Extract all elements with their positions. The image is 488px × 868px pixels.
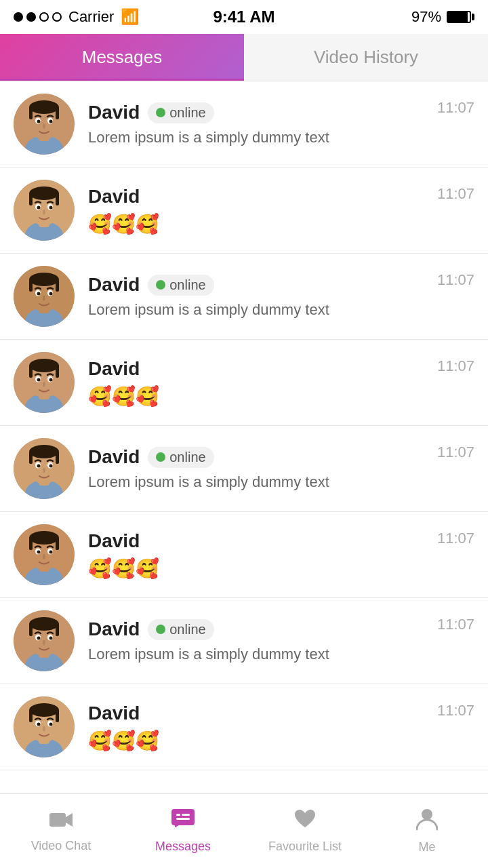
list-item[interactable]: David 🥰🥰🥰 11:07: [0, 512, 488, 598]
message-time: 11:07: [437, 99, 474, 117]
sender-name: David: [88, 102, 140, 123]
svg-point-43: [49, 378, 53, 382]
message-time: 11:07: [437, 271, 474, 289]
svg-rect-28: [56, 279, 59, 292]
signal-dots: [14, 12, 62, 22]
carrier-label: Carrier: [68, 8, 114, 26]
nav-favourite-list[interactable]: Favourite List: [244, 808, 366, 854]
svg-point-48: [29, 445, 59, 458]
svg-rect-90: [171, 809, 195, 825]
svg-point-21: [49, 206, 53, 210]
list-item[interactable]: David online Lorem ipsum is a simply dum…: [0, 81, 488, 167]
message-preview: Lorem ipsum is a simply dummy text: [88, 473, 437, 491]
svg-rect-71: [29, 624, 33, 636]
list-item[interactable]: David online Lorem ipsum is a simply dum…: [0, 254, 488, 340]
signal-dot-1: [14, 12, 23, 22]
avatar: [14, 352, 75, 413]
svg-point-10: [49, 120, 53, 123]
message-header: David: [88, 186, 437, 208]
svg-rect-61: [56, 538, 59, 550]
svg-point-87: [49, 723, 53, 726]
video-chat-icon: [49, 810, 73, 835]
signal-dot-4: [52, 12, 62, 22]
nav-messages[interactable]: Messages: [122, 808, 244, 854]
online-label: online: [169, 622, 205, 637]
svg-rect-49: [29, 452, 33, 464]
list-item[interactable]: David 🥰🥰🥰 11:07: [0, 167, 488, 254]
battery-icon: [447, 11, 474, 23]
svg-rect-72: [56, 624, 59, 636]
nav-me[interactable]: Me: [366, 808, 488, 854]
avatar: [14, 696, 75, 757]
svg-point-32: [49, 292, 53, 296]
message-content: David online Lorem ipsum is a simply dum…: [88, 618, 437, 663]
message-preview: 🥰🥰🥰: [88, 385, 437, 408]
message-time: 11:07: [437, 443, 474, 461]
svg-point-20: [37, 206, 41, 210]
message-content: David online Lorem ipsum is a simply dum…: [88, 102, 437, 146]
sender-name: David: [88, 186, 140, 208]
nav-video-chat[interactable]: Video Chat: [0, 810, 122, 853]
svg-point-9: [37, 120, 41, 123]
list-item[interactable]: David 🥰🥰🥰 11:07: [0, 684, 488, 770]
avatar: [14, 94, 75, 155]
online-badge: online: [148, 102, 214, 123]
status-bar: Carrier 📶 9:41 AM 97%: [0, 0, 488, 34]
message-preview: Lorem ipsum is a simply dummy text: [88, 129, 437, 146]
list-item[interactable]: David online Lorem ipsum is a simply dum…: [0, 426, 488, 512]
message-content: David 🥰🥰🥰: [88, 530, 437, 580]
svg-rect-82: [29, 710, 33, 722]
signal-dot-2: [26, 12, 36, 22]
sender-name: David: [88, 703, 140, 724]
svg-point-4: [29, 100, 59, 114]
online-label: online: [169, 450, 205, 465]
message-content: David 🥰🥰🥰: [88, 358, 437, 408]
svg-point-54: [49, 465, 53, 468]
svg-rect-83: [56, 710, 59, 722]
avatar: [14, 438, 75, 499]
sender-name: David: [88, 358, 140, 380]
list-item[interactable]: David 🥰🥰🥰 11:07: [0, 340, 488, 426]
battery-percent: 97%: [411, 8, 441, 26]
message-content: David 🥰🥰🥰: [88, 186, 437, 235]
svg-point-81: [29, 703, 59, 717]
nav-messages-label: Messages: [155, 840, 211, 854]
bottom-nav: Video Chat Messages Favourite List: [0, 793, 488, 868]
message-time: 11:07: [437, 185, 474, 203]
nav-video-chat-label: Video Chat: [31, 839, 92, 853]
sender-name: David: [88, 530, 140, 552]
message-preview: 🥰🥰🥰: [88, 730, 437, 752]
message-time: 11:07: [437, 616, 474, 633]
message-header: David online: [88, 102, 437, 123]
sender-name: David: [88, 618, 140, 640]
message-content: David online Lorem ipsum is a simply dum…: [88, 446, 437, 491]
sender-name: David: [88, 446, 140, 468]
message-header: David: [88, 358, 437, 380]
svg-rect-92: [182, 814, 190, 816]
status-left: Carrier 📶: [14, 8, 139, 26]
svg-point-86: [37, 723, 41, 726]
message-time: 11:07: [437, 702, 474, 719]
favourite-list-icon: [293, 808, 317, 835]
svg-point-64: [37, 551, 41, 554]
online-label: online: [169, 105, 205, 121]
sender-name: David: [88, 274, 140, 296]
svg-rect-6: [56, 107, 59, 119]
signal-dot-3: [39, 12, 49, 22]
tab-messages[interactable]: Messages: [0, 34, 244, 81]
svg-rect-88: [49, 813, 66, 827]
avatar: [14, 610, 75, 671]
online-badge: online: [148, 275, 214, 296]
message-preview: Lorem ipsum is a simply dummy text: [88, 646, 437, 663]
svg-rect-27: [29, 279, 33, 292]
battery-tip: [472, 14, 474, 20]
tab-video-history[interactable]: Video History: [244, 34, 488, 81]
svg-marker-89: [66, 813, 73, 827]
online-label: online: [169, 277, 205, 293]
avatar: [14, 524, 75, 585]
svg-rect-5: [29, 107, 33, 119]
message-content: David online Lorem ipsum is a simply dum…: [88, 274, 437, 319]
svg-rect-38: [29, 366, 33, 378]
list-item[interactable]: David online Lorem ipsum is a simply dum…: [0, 598, 488, 684]
svg-point-26: [29, 273, 59, 286]
